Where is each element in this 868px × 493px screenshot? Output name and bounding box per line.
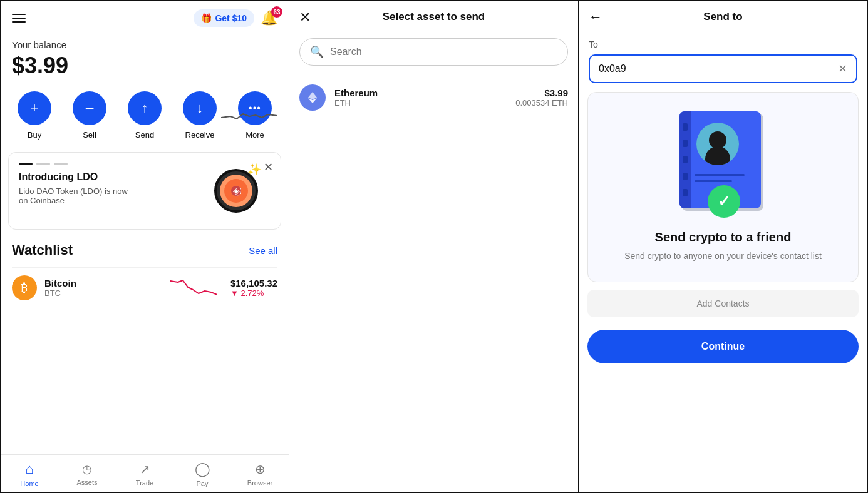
home-header: 🎁 Get $10 🔔 63 — [1, 1, 289, 33]
continue-label: Continue — [701, 341, 745, 352]
asset-header: ✕ Select asset to send — [289, 1, 578, 33]
balance-section: Your balance $3.99 — [1, 33, 289, 89]
browser-nav-icon: ⊕ — [255, 462, 266, 477]
see-all-button[interactable]: See all — [249, 245, 277, 256]
eth-symbol: ETH — [334, 98, 515, 108]
trade-nav-label: Trade — [136, 479, 153, 487]
search-input[interactable] — [330, 46, 557, 58]
nav-home[interactable]: ⌂ Home — [11, 461, 48, 487]
ldo-illustration: ⬡ ◈ ✨ — [214, 163, 271, 219]
send-panel: ← Send to To ✕ — [579, 0, 868, 493]
send-icon: ↑ — [128, 91, 162, 125]
btc-watchlist-item[interactable]: ₿ Bitcoin BTC $16,105.32 ▼ 2.72% — [12, 267, 277, 308]
assets-nav-label: Assets — [76, 479, 97, 486]
buy-button[interactable]: + Buy — [18, 91, 51, 140]
header-right: 🎁 Get $10 🔔 63 — [194, 9, 277, 27]
eth-usd: $3.99 — [515, 88, 568, 98]
ldo-inner: ⬡ ◈ — [220, 175, 252, 207]
eth-asset-item[interactable]: Ethereum ETH $3.99 0.003534 ETH — [289, 76, 578, 119]
eth-name: Ethereum — [334, 88, 515, 98]
watchlist-header: Watchlist See all — [12, 242, 277, 258]
watchlist-section: Watchlist See all ₿ Bitcoin BTC $16,105.… — [1, 240, 289, 314]
continue-button[interactable]: Continue — [587, 330, 859, 363]
eth-asset-info: Ethereum ETH — [334, 88, 515, 108]
book-spine — [679, 111, 691, 208]
contact-illustration: ✓ — [673, 111, 773, 218]
home-panel: 🎁 Get $10 🔔 63 Your balance $3.99 + Buy … — [0, 0, 289, 493]
address-input[interactable] — [599, 63, 838, 74]
ldo-logo-svg: ⬡ ◈ — [224, 179, 248, 203]
notification-button[interactable]: 🔔 63 — [261, 10, 277, 26]
send-crypto-card: ✓ Send crypto to a friend Send crypto to… — [587, 92, 859, 282]
pay-nav-label: Pay — [197, 480, 209, 487]
receive-icon: ↓ — [183, 91, 217, 125]
back-button[interactable]: ← — [589, 10, 602, 24]
pay-nav-icon: ◯ — [195, 461, 210, 477]
get-money-button[interactable]: 🎁 Get $10 — [194, 9, 254, 27]
asset-close-button[interactable]: ✕ — [299, 11, 311, 24]
promo-dots — [19, 163, 132, 165]
eth-crypto: 0.003534 ETH — [515, 98, 568, 108]
nav-browser[interactable]: ⊕ Browser — [241, 462, 279, 487]
buy-label: Buy — [28, 130, 41, 140]
asset-panel: ✕ Select asset to send 🔍 Ethereum ETH $3… — [289, 0, 579, 493]
svg-text:◈: ◈ — [233, 186, 240, 196]
balance-label: Your balance — [12, 39, 277, 50]
home-nav-label: Home — [20, 480, 38, 487]
send-card-title: Send crypto to a friend — [655, 230, 792, 245]
to-label: To — [589, 39, 857, 49]
hamburger-button[interactable] — [12, 14, 26, 23]
asset-panel-title: Select asset to send — [383, 11, 485, 23]
btc-icon: ₿ — [12, 275, 37, 300]
btc-sparkline — [170, 276, 217, 298]
send-label: Send — [135, 130, 154, 140]
get-money-label: Get $10 — [215, 13, 247, 23]
sell-label: Sell — [83, 130, 96, 140]
more-label: More — [245, 130, 264, 140]
eth-icon — [299, 84, 326, 111]
clear-address-button[interactable]: ✕ — [838, 63, 847, 74]
btc-price: $16,105.32 — [230, 278, 277, 288]
sell-button[interactable]: − Sell — [73, 91, 106, 140]
check-badge: ✓ — [708, 185, 740, 218]
nav-pay[interactable]: ◯ Pay — [183, 461, 221, 487]
eth-logo-svg — [306, 91, 319, 104]
receive-button[interactable]: ↓ Receive — [183, 91, 217, 140]
add-contacts-hint[interactable]: Add Contacts — [587, 290, 859, 317]
btc-change: ▼ 2.72% — [230, 288, 277, 298]
send-header: ← Send to — [579, 1, 867, 33]
promo-description: Lido DAO Token (LDO) is now on Coinbase — [19, 186, 132, 205]
send-panel-title: Send to — [703, 11, 742, 23]
svg-marker-4 — [308, 92, 317, 99]
home-nav-icon: ⌂ — [25, 461, 33, 477]
watchlist-title: Watchlist — [12, 242, 73, 258]
promo-dot-2 — [36, 163, 50, 165]
buy-icon: + — [18, 91, 51, 125]
btc-name: Bitcoin — [44, 278, 160, 288]
btc-price-info: $16,105.32 ▼ 2.72% — [230, 278, 277, 298]
receive-label: Receive — [185, 130, 215, 140]
nav-assets[interactable]: ◷ Assets — [68, 462, 106, 486]
avatar-body — [705, 146, 730, 165]
gift-icon: 🎁 — [201, 13, 212, 23]
search-bar[interactable]: 🔍 — [299, 38, 568, 66]
address-input-wrapper[interactable]: ✕ — [589, 54, 857, 83]
nav-trade[interactable]: ↗ Trade — [126, 462, 163, 487]
balance-amount: $3.99 — [12, 53, 277, 79]
send-card-description: Send crypto to anyone on your device's c… — [624, 250, 822, 263]
eth-value: $3.99 0.003534 ETH — [515, 88, 568, 108]
notification-badge: 63 — [271, 6, 282, 18]
promo-title: Introducing LDO — [19, 171, 132, 183]
promo-card: Introducing LDO Lido DAO Token (LDO) is … — [8, 152, 281, 230]
btc-chart — [170, 276, 220, 300]
assets-nav-icon: ◷ — [82, 462, 92, 476]
ldo-star-icon: ✨ — [247, 163, 261, 176]
book-avatar — [696, 123, 739, 165]
hamburger-icon — [12, 14, 26, 23]
promo-content: Introducing LDO Lido DAO Token (LDO) is … — [19, 163, 132, 205]
btc-coin-info: Bitcoin BTC — [44, 278, 160, 298]
send-button[interactable]: ↑ Send — [128, 91, 162, 140]
book-text-lines — [695, 174, 755, 182]
to-section: To ✕ — [579, 33, 867, 92]
search-icon: 🔍 — [310, 45, 324, 59]
